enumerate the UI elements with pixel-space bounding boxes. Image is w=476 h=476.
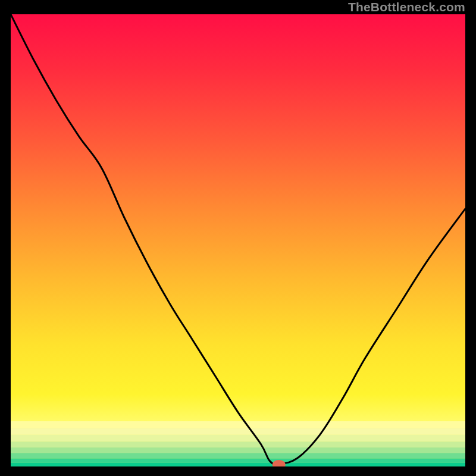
svg-rect-2 [11,435,465,441]
svg-rect-5 [11,453,465,458]
svg-rect-0 [11,421,465,428]
chart-container: TheBottleneck.com [0,0,476,476]
svg-rect-6 [11,458,465,463]
svg-rect-7 [11,463,465,466]
svg-rect-3 [11,441,465,447]
gradient-background [11,14,465,466]
watermark-text: TheBottleneck.com [348,0,465,14]
svg-rect-1 [11,428,465,434]
svg-rect-4 [11,447,465,453]
bottom-bands [11,421,465,466]
bottleneck-chart [11,14,465,466]
